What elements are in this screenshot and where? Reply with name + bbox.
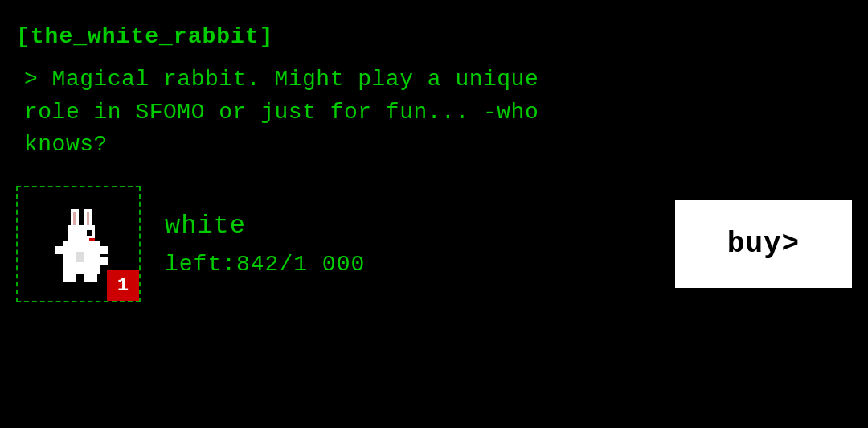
- svg-rect-4: [87, 231, 92, 237]
- item-row: 1 white left:842/1 000 buy>: [16, 186, 852, 302]
- svg-rect-11: [73, 212, 76, 225]
- item-name: white: [165, 211, 651, 241]
- description-line1: > Magical rabbit. Might play a unique: [24, 64, 852, 97]
- svg-rect-6: [55, 247, 65, 255]
- svg-rect-12: [87, 212, 89, 225]
- main-container: [the_white_rabbit] > Magical rabbit. Mig…: [0, 0, 868, 428]
- svg-rect-7: [97, 247, 108, 255]
- item-stock: left:842/1 000: [165, 252, 651, 277]
- buy-button[interactable]: buy>: [675, 200, 852, 288]
- item-image-wrapper: 1: [16, 186, 141, 302]
- svg-rect-10: [100, 257, 108, 265]
- item-info: white left:842/1 000: [165, 211, 651, 277]
- username: [the_white_rabbit]: [16, 24, 852, 49]
- svg-rect-5: [89, 239, 95, 241]
- description-block: > Magical rabbit. Might play a unique ro…: [24, 64, 852, 162]
- description-line2: role in SFOMO or just for fun... -who: [24, 97, 852, 130]
- svg-rect-8: [63, 274, 76, 282]
- item-badge: 1: [107, 270, 139, 301]
- svg-rect-13: [76, 252, 84, 262]
- svg-rect-9: [84, 274, 97, 282]
- description-line3: knows?: [24, 129, 852, 162]
